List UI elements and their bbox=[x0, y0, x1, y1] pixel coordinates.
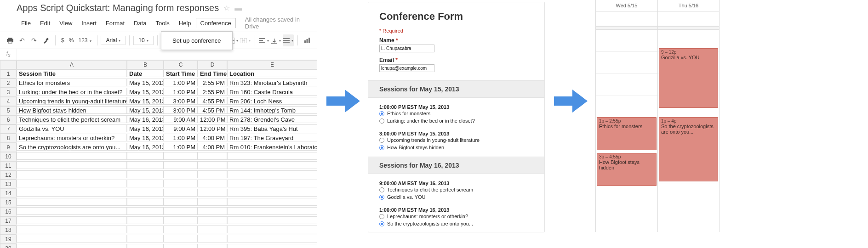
currency-format[interactable]: $ bbox=[59, 37, 66, 44]
radio-option[interactable]: How Bigfoot stays hidden bbox=[368, 144, 544, 151]
font-size-picker[interactable]: 10 bbox=[133, 36, 153, 45]
data-cell[interactable]: Lurking: under the bed or in the closet? bbox=[17, 88, 127, 96]
radio-icon[interactable] bbox=[379, 118, 384, 124]
col-header[interactable]: D bbox=[198, 60, 227, 69]
header-cell[interactable]: End Time bbox=[198, 69, 227, 77]
row-header[interactable]: 1 bbox=[0, 69, 17, 79]
menu-view[interactable]: View bbox=[55, 18, 77, 28]
row-header[interactable]: 10 bbox=[0, 152, 17, 161]
empty-cell[interactable] bbox=[127, 189, 164, 197]
header-cell[interactable]: Date bbox=[127, 69, 164, 77]
radio-option[interactable]: So the cryptozoologists are onto you... bbox=[368, 220, 544, 227]
data-cell[interactable]: May 16, 2013 bbox=[127, 115, 164, 123]
empty-cell[interactable] bbox=[127, 225, 164, 233]
radio-option[interactable]: Techniques to elicit the perfect scream bbox=[368, 186, 544, 193]
row-header[interactable]: 19 bbox=[0, 235, 17, 244]
empty-cell[interactable] bbox=[198, 225, 227, 233]
data-cell[interactable]: How Bigfoot stays hidden bbox=[17, 106, 127, 114]
halign-icon[interactable] bbox=[259, 34, 270, 46]
radio-icon[interactable] bbox=[379, 195, 384, 200]
empty-cell[interactable] bbox=[164, 225, 198, 233]
radio-option[interactable]: Ethics for monsters bbox=[368, 110, 544, 117]
star-icon[interactable]: ☆ bbox=[223, 4, 230, 12]
empty-cell[interactable] bbox=[198, 161, 227, 169]
col-header[interactable]: E bbox=[227, 60, 317, 69]
data-cell[interactable]: 4:00 PM bbox=[198, 134, 227, 141]
data-cell[interactable]: 12:00 PM bbox=[198, 115, 227, 123]
col-header[interactable]: C bbox=[164, 60, 198, 69]
row-header[interactable]: 5 bbox=[0, 106, 17, 115]
empty-cell[interactable] bbox=[164, 207, 198, 215]
data-cell[interactable]: Rm 160: Castle Dracula bbox=[227, 88, 317, 96]
hour-grid[interactable]: 1p – 2:55pEthics for monsters3p – 4:55pH… bbox=[596, 30, 657, 232]
hour-grid[interactable]: 9 – 12pGodzilla vs. YOU1p – 4pSo the cry… bbox=[658, 30, 719, 232]
font-picker[interactable]: Arial bbox=[101, 36, 126, 45]
empty-cell[interactable] bbox=[198, 244, 227, 248]
empty-cell[interactable] bbox=[17, 170, 127, 178]
empty-cell[interactable] bbox=[127, 198, 164, 206]
redo-icon[interactable]: ↷ bbox=[29, 34, 40, 46]
data-cell[interactable]: 1:00 PM bbox=[164, 134, 198, 141]
header-cell[interactable]: Location bbox=[227, 69, 317, 77]
row-header[interactable]: 16 bbox=[0, 207, 17, 216]
corner-cell[interactable] bbox=[0, 60, 17, 69]
row-header[interactable]: 3 bbox=[0, 88, 17, 97]
header-cell[interactable]: Start Time bbox=[164, 69, 198, 77]
empty-cell[interactable] bbox=[227, 189, 317, 197]
col-header[interactable]: B bbox=[127, 60, 164, 69]
data-cell[interactable]: Leprechauns: monsters or otherkin? bbox=[17, 134, 127, 141]
row-header[interactable]: 20 bbox=[0, 244, 17, 248]
data-cell[interactable]: May 15, 2013 bbox=[127, 79, 164, 86]
empty-cell[interactable] bbox=[17, 235, 127, 242]
empty-cell[interactable] bbox=[164, 216, 198, 224]
data-cell[interactable]: 3:00 PM bbox=[164, 106, 198, 114]
percent-format[interactable]: % bbox=[67, 37, 76, 44]
empty-cell[interactable] bbox=[227, 244, 317, 248]
data-cell[interactable]: Godzilla vs. YOU bbox=[17, 124, 127, 132]
empty-cell[interactable] bbox=[127, 244, 164, 248]
empty-cell[interactable] bbox=[198, 180, 227, 187]
radio-icon[interactable] bbox=[379, 214, 384, 219]
empty-cell[interactable] bbox=[17, 161, 127, 169]
data-cell[interactable]: 9:00 AM bbox=[164, 124, 198, 132]
empty-cell[interactable] bbox=[164, 244, 198, 248]
data-cell[interactable]: May 15, 2013 bbox=[127, 97, 164, 105]
empty-cell[interactable] bbox=[17, 198, 127, 206]
empty-cell[interactable] bbox=[127, 170, 164, 178]
doc-title[interactable]: Apps Script Quickstart: Managing form re… bbox=[17, 3, 219, 13]
allday-row[interactable] bbox=[658, 11, 719, 26]
data-cell[interactable]: May 16, 2013 bbox=[127, 134, 164, 141]
empty-cell[interactable] bbox=[164, 189, 198, 197]
data-cell[interactable]: 9:00 AM bbox=[164, 115, 198, 123]
row-header[interactable]: 7 bbox=[0, 124, 17, 134]
empty-cell[interactable] bbox=[198, 207, 227, 215]
radio-option[interactable]: Lurking: under the bed or in the closet? bbox=[368, 117, 544, 124]
spreadsheet-grid[interactable]: ABCDE1Session TitleDateStart TimeEnd Tim… bbox=[0, 60, 317, 248]
row-header[interactable]: 8 bbox=[0, 134, 17, 143]
row-header[interactable]: 2 bbox=[0, 79, 17, 88]
empty-cell[interactable] bbox=[17, 244, 127, 248]
row-header[interactable]: 11 bbox=[0, 161, 17, 170]
empty-cell[interactable] bbox=[127, 180, 164, 187]
merge-icon[interactable] bbox=[240, 34, 251, 46]
empty-cell[interactable] bbox=[227, 198, 317, 206]
radio-icon[interactable] bbox=[379, 221, 384, 226]
data-cell[interactable]: 2:55 PM bbox=[198, 79, 227, 86]
empty-cell[interactable] bbox=[17, 225, 127, 233]
data-cell[interactable]: May 15, 2013 bbox=[127, 88, 164, 96]
menu-format[interactable]: Format bbox=[101, 18, 129, 28]
row-header[interactable]: 15 bbox=[0, 198, 17, 207]
empty-cell[interactable] bbox=[164, 235, 198, 242]
empty-cell[interactable] bbox=[127, 161, 164, 169]
header-cell[interactable]: Session Title bbox=[17, 69, 127, 77]
calendar-event[interactable]: 9 – 12pGodzilla vs. YOU bbox=[659, 48, 718, 108]
empty-cell[interactable] bbox=[127, 207, 164, 215]
empty-cell[interactable] bbox=[17, 216, 127, 224]
menu-tools[interactable]: Tools bbox=[151, 18, 174, 28]
col-header[interactable]: A bbox=[17, 60, 127, 69]
empty-cell[interactable] bbox=[17, 189, 127, 197]
empty-cell[interactable] bbox=[164, 161, 198, 169]
empty-cell[interactable] bbox=[17, 152, 127, 160]
formula-input[interactable] bbox=[17, 49, 317, 60]
empty-cell[interactable] bbox=[198, 235, 227, 242]
